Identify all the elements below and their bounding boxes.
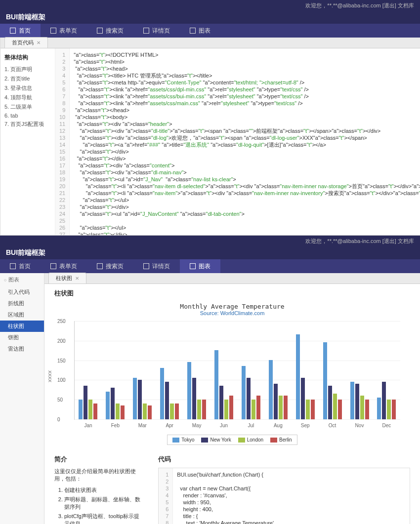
bar[interactable] xyxy=(323,342,327,419)
bar[interactable] xyxy=(111,388,115,419)
legend-item[interactable]: London xyxy=(238,437,263,443)
bar[interactable] xyxy=(214,350,218,419)
doclib-link[interactable]: 文档库 xyxy=(398,2,414,8)
logout-link[interactable]: [退出] xyxy=(382,2,396,8)
bar[interactable] xyxy=(84,386,87,419)
toc-item[interactable]: 首页title xyxy=(4,74,51,83)
nav-search[interactable]: 搜索页 xyxy=(87,24,133,38)
nav-search[interactable]: 搜索页 xyxy=(87,259,133,273)
toc-item[interactable]: tab xyxy=(4,112,51,120)
sidebar-item[interactable]: 引入代码 xyxy=(0,286,44,298)
bar[interactable] xyxy=(224,400,228,419)
legend-item[interactable]: Berlin xyxy=(270,437,292,443)
bar[interactable] xyxy=(252,400,255,419)
nav-home[interactable]: 首页 xyxy=(0,24,41,38)
nav-form[interactable]: 表单页 xyxy=(41,24,87,38)
nav-detail[interactable]: 详情页 xyxy=(133,24,180,38)
toc-title: 整体结构 xyxy=(4,53,51,62)
bar[interactable] xyxy=(247,378,251,419)
bar-group: Jan xyxy=(79,386,97,419)
nav-chart[interactable]: 图表 xyxy=(180,24,220,38)
toc-item[interactable]: 登录信息 xyxy=(4,83,51,93)
bar[interactable] xyxy=(392,400,396,419)
bar-group: May xyxy=(187,362,206,419)
bar[interactable] xyxy=(219,386,223,419)
top-nav: 首页表单页搜索页详情页图表 xyxy=(0,24,420,38)
bar[interactable] xyxy=(197,400,201,419)
chart-icon xyxy=(190,28,196,34)
bar[interactable] xyxy=(187,362,191,419)
panel-chart: 欢迎您，**.**@alibaba-inc.com [退出] 文档库 BUI前端… xyxy=(0,236,420,524)
toc-item[interactable]: 页面声明 xyxy=(4,65,51,74)
bar[interactable] xyxy=(382,382,386,419)
sidebar-item[interactable]: 区域图 xyxy=(0,309,44,321)
detail-icon xyxy=(143,28,149,34)
bar[interactable] xyxy=(170,403,174,419)
bar[interactable] xyxy=(296,334,300,419)
toc-item[interactable]: 二级菜单 xyxy=(4,102,51,112)
tab-home-code[interactable]: 首页代码 ✕ xyxy=(4,37,48,48)
bar[interactable] xyxy=(269,360,273,419)
bar[interactable] xyxy=(165,382,169,419)
bar[interactable] xyxy=(229,396,233,419)
toc-item[interactable]: 首页JS配置项 xyxy=(4,120,51,129)
bar[interactable] xyxy=(333,394,337,419)
bar[interactable] xyxy=(306,400,310,419)
bar[interactable] xyxy=(377,398,381,419)
nav-chart[interactable]: 图表 xyxy=(180,259,220,273)
bar[interactable] xyxy=(279,396,283,419)
sidebar-item[interactable]: 折线图 xyxy=(0,298,44,309)
bar[interactable] xyxy=(116,403,120,419)
bar[interactable] xyxy=(88,400,92,419)
nav-home[interactable]: 首页 xyxy=(0,259,41,273)
bar[interactable] xyxy=(175,403,179,419)
bar[interactable] xyxy=(192,378,196,419)
bar-group: Aug xyxy=(269,360,288,419)
bar-chart: XXXX 050100150200250JanFebMarAprMayJunJu… xyxy=(74,321,400,420)
bar-group: Apr xyxy=(160,368,179,419)
sidebar-item[interactable]: 柱状图 xyxy=(0,321,44,332)
legend-item[interactable]: Tokyo xyxy=(172,437,194,443)
chart-icon xyxy=(190,263,196,269)
nav-form[interactable]: 表单页 xyxy=(41,259,87,273)
bar[interactable] xyxy=(355,384,359,419)
bar[interactable] xyxy=(256,396,260,419)
toc: 整体结构 页面声明首页title登录信息顶部导航二级菜单tab首页JS配置项 xyxy=(0,48,55,235)
bar[interactable] xyxy=(387,400,391,419)
bar[interactable] xyxy=(338,400,342,419)
header: 欢迎您，**.**@alibaba-inc.com [退出] 文档库 xyxy=(0,0,420,11)
bar[interactable] xyxy=(360,396,364,419)
bar[interactable] xyxy=(242,366,246,419)
bar[interactable] xyxy=(93,403,97,419)
bar[interactable] xyxy=(328,386,332,419)
logout-link[interactable]: [退出] xyxy=(382,238,396,244)
bar[interactable] xyxy=(311,400,315,419)
close-icon[interactable]: ✕ xyxy=(75,276,79,281)
bar[interactable] xyxy=(202,400,206,419)
header: 欢迎您，**.**@alibaba-inc.com [退出] 文档库 xyxy=(0,236,420,246)
bar[interactable] xyxy=(301,378,305,419)
nav-detail[interactable]: 详情页 xyxy=(133,259,180,273)
bar[interactable] xyxy=(274,384,278,419)
bar[interactable] xyxy=(160,368,164,419)
sidebar-item[interactable]: 饼图 xyxy=(0,332,44,343)
tab-bar-chart[interactable]: 柱状图 ✕ xyxy=(48,273,86,283)
tab-bar: 柱状图 ✕ xyxy=(44,273,420,284)
search-icon xyxy=(97,28,103,34)
sidebar-item[interactable]: 雷达图 xyxy=(0,343,44,355)
bar-group: Nov xyxy=(350,382,369,419)
bar[interactable] xyxy=(138,380,142,419)
bar[interactable] xyxy=(133,378,137,419)
bar[interactable] xyxy=(106,392,110,419)
bar[interactable] xyxy=(79,400,83,419)
close-icon[interactable]: ✕ xyxy=(37,40,41,45)
doclib-link[interactable]: 文档库 xyxy=(398,238,414,244)
bar[interactable] xyxy=(284,396,288,419)
bar[interactable] xyxy=(121,405,125,419)
bar[interactable] xyxy=(143,403,147,419)
bar[interactable] xyxy=(148,405,152,419)
legend-item[interactable]: New York xyxy=(201,437,231,443)
bar[interactable] xyxy=(350,382,354,419)
toc-item[interactable]: 顶部导航 xyxy=(4,93,51,102)
bar[interactable] xyxy=(365,400,369,419)
